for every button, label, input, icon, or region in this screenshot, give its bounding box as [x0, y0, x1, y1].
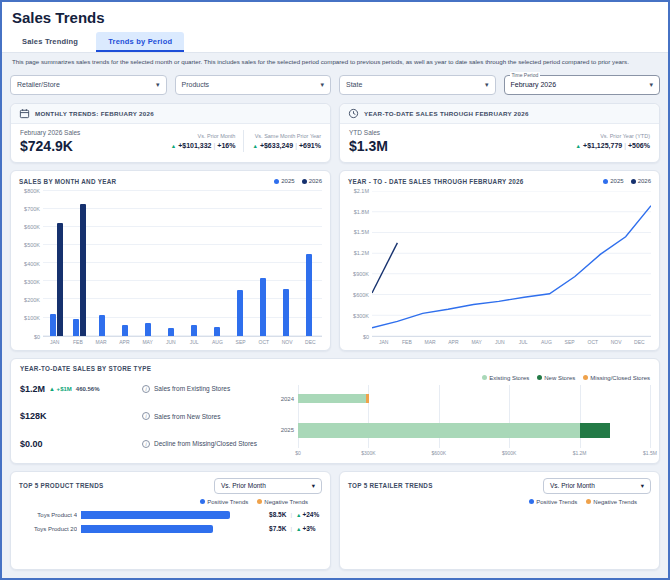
stat-delta: ▲ +$1M: [49, 386, 72, 392]
x-axis-tick-label: MAR: [419, 339, 442, 345]
info-icon[interactable]: i: [142, 412, 150, 420]
stat-label: Sales from New Stores: [154, 413, 220, 420]
retailer-store-select[interactable]: Retailer/Store ▾: [10, 75, 167, 95]
time-period-select[interactable]: Time Period February 2026 ▾: [504, 75, 661, 95]
kpi-card-header-label: MONTHLY TRENDS: FEBRUARY 2026: [35, 110, 154, 117]
store-type-row-2024: 2024: [298, 394, 650, 403]
stacked-bar-2024[interactable]: [298, 394, 650, 403]
line-chart-canvas: [372, 191, 651, 336]
bar-group-mar: [91, 191, 114, 336]
info-icon[interactable]: i: [142, 440, 150, 448]
bar-chart: $0$100K$200K$300K$400K$500K$600K$700K$80…: [19, 191, 322, 337]
sales-by-month-chart-card: SALES BY MONTH AND YEAR 20252026 $0$100K…: [10, 170, 331, 351]
page-description: This page summarizes sales trends for th…: [2, 53, 668, 70]
legend-item: 2025: [274, 178, 294, 184]
trend-percent: ▲+3%: [296, 525, 322, 532]
year-label: 2024: [272, 396, 294, 402]
x-axis-tick-label: JUL: [183, 339, 206, 345]
trend-bar[interactable]: [81, 511, 230, 519]
stacked-bar-plot-area[interactable]: 20242025: [298, 385, 650, 448]
tab-sales-trending[interactable]: Sales Trending: [10, 32, 90, 52]
legend-dot-icon: [631, 179, 636, 184]
kpi-deltas: Vs. Prior Month▲+$101,332|+16%Vs. Same M…: [114, 130, 321, 152]
bar-2025-feb[interactable]: [73, 319, 79, 336]
comparison-select[interactable]: Vs. Prior Month ▾: [214, 478, 322, 494]
bar-2025-sep[interactable]: [237, 290, 243, 335]
section-title: YEAR-TO-DATE SALES BY STORE TYPE: [20, 365, 650, 372]
segment-new-stores[interactable]: [580, 423, 610, 438]
bar-2025-jun[interactable]: [168, 328, 174, 336]
kpi-delta-value-row: ▲+$1,125,779|+506%: [576, 142, 650, 149]
bar-2025-nov[interactable]: [283, 289, 289, 335]
legend-item: Negative Trends: [586, 499, 637, 505]
trend-legend: Positive TrendsNegative Trends: [19, 499, 322, 505]
stat-percent: 460.56%: [76, 386, 100, 392]
tab-trends-by-period[interactable]: Trends by Period: [96, 32, 184, 52]
x-axis-tick-label: MAY: [465, 339, 488, 345]
ytd-sales-kpi-card: YEAR-TO-DATE SALES THROUGH FEBRUARY 2026…: [339, 103, 660, 163]
trend-legend: Positive TrendsNegative Trends: [348, 499, 651, 505]
trend-up-icon: ▲: [576, 143, 581, 149]
chart-header: YEAR - TO - DATE SALES THROUGH FEBRUARY …: [348, 178, 651, 185]
comparison-select[interactable]: Vs. Prior Month ▾: [543, 478, 651, 494]
bottom-trends-row: TOP 5 PRODUCT TRENDS Vs. Prior Month ▾ P…: [2, 464, 668, 578]
segment-existing-stores[interactable]: [298, 394, 366, 403]
bar-2025-oct[interactable]: [260, 278, 266, 336]
gridline: [650, 385, 651, 448]
kpi-card-header-label: YEAR-TO-DATE SALES THROUGH FEBRUARY 2026: [364, 110, 529, 117]
x-axis: $0$300K$600K$900K$1.2M$1.5M: [298, 450, 650, 458]
segment-existing-stores[interactable]: [298, 423, 580, 438]
y-axis-tick-label: $600K: [24, 224, 40, 230]
x-axis-tick-label: $300K: [361, 450, 375, 456]
tab-bar: Sales Trending Trends by Period: [2, 29, 668, 53]
segment-missing-closed-stores[interactable]: [366, 394, 369, 403]
calendar-icon: [19, 108, 30, 119]
stacked-bar-2025[interactable]: [298, 423, 650, 438]
kpi-delta-label: Vs. Prior Year (YTD): [576, 133, 650, 140]
stacked-bar-rows: 20242025: [298, 385, 650, 448]
y-axis-tick-label: $0: [363, 334, 369, 340]
legend-label: Negative Trends: [264, 499, 308, 505]
x-axis-tick-label: AUG: [206, 339, 229, 345]
bar-2025-aug[interactable]: [214, 327, 220, 336]
products-select[interactable]: Products ▾: [175, 75, 332, 95]
line-series-2026[interactable]: [372, 243, 397, 293]
chevron-down-icon: ▾: [649, 81, 653, 88]
x-axis-tick-label: JUL: [512, 339, 535, 345]
store-stat-row: $128KiSales from New Stores: [20, 411, 260, 421]
y-axis-tick-label: $1.5M: [354, 229, 369, 235]
bar-2025-mar[interactable]: [99, 315, 105, 336]
bar-2025-jul[interactable]: [191, 325, 197, 336]
bar-group-jan: [45, 191, 68, 336]
line-chart-plot-area[interactable]: [372, 191, 651, 337]
y-axis-tick-label: $900K: [353, 271, 369, 277]
bar-2025-apr[interactable]: [122, 325, 128, 336]
separator: |: [290, 512, 292, 518]
bar-2025-may[interactable]: [145, 323, 151, 336]
comparison-select-value: Vs. Prior Month: [550, 482, 595, 489]
legend-dot-icon: [274, 179, 279, 184]
trend-bar[interactable]: [81, 525, 213, 533]
bar-2025-dec[interactable]: [306, 254, 312, 336]
info-icon[interactable]: i: [142, 385, 150, 393]
x-axis-tick-label: MAY: [136, 339, 159, 345]
legend-label: 2026: [638, 178, 651, 184]
y-axis-tick-label: $1.8M: [354, 209, 369, 215]
kpi-card-header: YEAR-TO-DATE SALES THROUGH FEBRUARY 2026: [340, 104, 659, 124]
legend-item: Negative Trends: [257, 499, 308, 505]
bar-2026-jan[interactable]: [57, 223, 63, 336]
trend-bar-track: [81, 511, 258, 519]
state-select[interactable]: State ▾: [339, 75, 496, 95]
kpi-metric-value: $724.9K: [20, 138, 106, 154]
y-axis-tick-label: $300K: [24, 279, 40, 285]
y-axis: $0$300K$600K$900K$1.2M$1.5M$1.8M$2.1M: [348, 191, 372, 337]
bar-group-dec: [297, 191, 320, 336]
bar-2026-feb[interactable]: [80, 204, 86, 335]
x-axis-tick-label: OCT: [252, 339, 275, 345]
trend-up-icon: ▲: [296, 512, 301, 518]
bar-chart-plot-area[interactable]: [43, 191, 322, 337]
bar-2025-jan[interactable]: [50, 314, 56, 336]
y-axis-tick-label: $1.2M: [354, 250, 369, 256]
line-series-2025[interactable]: [372, 205, 651, 327]
trend-percent-value: +24%: [302, 511, 319, 518]
